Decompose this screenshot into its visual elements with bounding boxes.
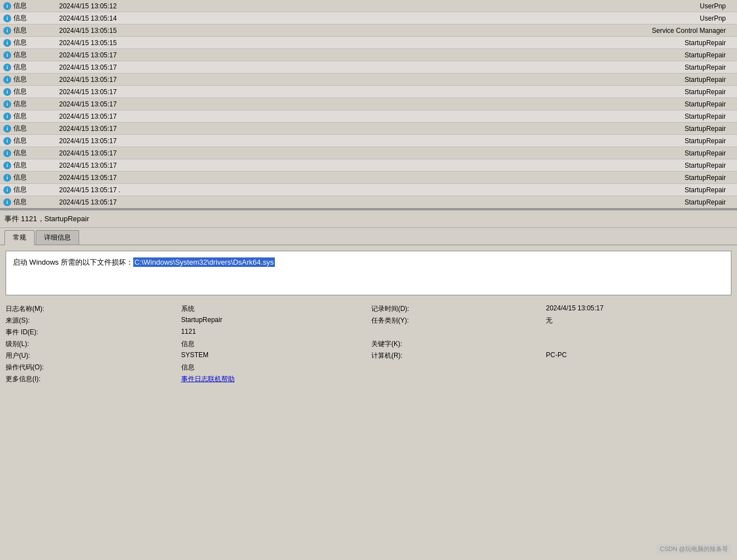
log-table-area: i信息2024/4/15 13:05:12UserPnpi信息2024/4/15… (0, 0, 737, 210)
info-icon: i (3, 39, 11, 47)
log-level-cell: i信息 (0, 123, 56, 134)
log-level-cell: i信息 (0, 25, 56, 36)
log-level-text: 信息 (13, 111, 27, 121)
log-name-value: 系统 (181, 304, 362, 314)
log-source-cell: StartupRepair (570, 198, 737, 207)
log-row[interactable]: i信息2024/4/15 13:05:17StartupRepair (0, 86, 737, 98)
log-row[interactable]: i信息2024/4/15 13:05:14UserPnp (0, 12, 737, 25)
log-level-text: 信息 (13, 1, 27, 11)
log-row[interactable]: i信息2024/4/15 13:05:17StartupRepair (0, 135, 737, 147)
log-row[interactable]: i信息2024/4/15 13:05:17StartupRepair (0, 123, 737, 135)
empty-value-2 (546, 363, 731, 372)
event-id-value: 1121 (181, 328, 362, 337)
source-label: 来源(S): (6, 316, 172, 325)
log-source-cell: StartupRepair (570, 112, 737, 121)
log-level-cell: i信息 (0, 74, 56, 85)
info-icon: i (3, 2, 11, 10)
message-box: 启动 Windows 所需的以下文件损坏：C:\Windows\System32… (6, 251, 731, 295)
log-row[interactable]: i信息2024/4/15 13:05:17StartupRepair (0, 172, 737, 184)
log-datetime-cell: 2024/4/15 13:05:17 (56, 173, 167, 182)
computer-label: 计算机(R): (371, 351, 537, 361)
log-level-text: 信息 (13, 99, 27, 109)
log-row[interactable]: i信息2024/4/15 13:05:17StartupRepair (0, 110, 737, 123)
log-level-cell: i信息 (0, 37, 56, 48)
log-source-cell: StartupRepair (570, 75, 737, 84)
log-datetime-cell: 2024/4/15 13:05:17 (56, 161, 167, 170)
log-level-cell: i信息 (0, 86, 56, 97)
log-source-cell: StartupRepair (570, 87, 737, 96)
log-source-cell: StartupRepair (570, 51, 737, 60)
log-level-cell: i信息 (0, 160, 56, 171)
watermark: CSDN @玩电脑的辣条哥 (657, 544, 731, 554)
log-datetime-cell: 2024/4/15 13:05:17 (56, 75, 167, 84)
log-row[interactable]: i信息2024/4/15 13:05:17StartupRepair (0, 49, 737, 61)
log-level-text: 信息 (13, 75, 27, 84)
log-row[interactable]: i信息2024/4/15 13:05:15StartupRepair (0, 37, 737, 49)
highlighted-path: C:\Windows\System32\drivers\DsArk64.sys (133, 257, 275, 267)
log-row[interactable]: i信息2024/4/15 13:05:17 .StartupRepair (0, 184, 737, 196)
log-level-text: 信息 (13, 197, 27, 207)
info-icon: i (3, 88, 11, 96)
log-level-cell: i信息 (0, 148, 56, 158)
log-row[interactable]: i信息2024/4/15 13:05:15Service Control Man… (0, 25, 737, 37)
log-source-cell: StartupRepair (570, 173, 737, 182)
log-row[interactable]: i信息2024/4/15 13:05:17StartupRepair (0, 196, 737, 208)
op-code-label: 操作代码(O): (6, 363, 172, 372)
log-row[interactable]: i信息2024/4/15 13:05:17StartupRepair (0, 98, 737, 110)
log-datetime-cell: 2024/4/15 13:05:17 (56, 124, 167, 133)
log-level-cell: i信息 (0, 197, 56, 207)
empty-label-1 (371, 328, 537, 337)
info-icon: i (3, 125, 11, 133)
info-icon: i (3, 113, 11, 120)
log-source-cell: StartupRepair (570, 161, 737, 170)
log-level-text: 信息 (13, 38, 27, 47)
info-icon: i (3, 174, 11, 182)
more-info-link[interactable]: 事件日志联机帮助 (181, 374, 362, 384)
event-title: 事件 1121，StartupRepair (0, 211, 737, 228)
log-row[interactable]: i信息2024/4/15 13:05:17StartupRepair (0, 159, 737, 172)
log-level-cell: i信息 (0, 111, 56, 121)
log-level-text: 信息 (13, 124, 27, 133)
log-datetime-cell: 2024/4/15 13:05:17 . (56, 186, 167, 194)
log-level-text: 信息 (13, 136, 27, 145)
log-level-cell: i信息 (0, 50, 56, 60)
detail-panel: 事件 1121，StartupRepair 常规 详细信息 启动 Windows… (0, 210, 737, 560)
log-datetime-cell: 2024/4/15 13:05:17 (56, 100, 167, 109)
tab-bar: 常规 详细信息 (0, 228, 737, 245)
user-label: 用户(U): (6, 351, 172, 361)
log-level-text: 信息 (13, 87, 27, 96)
log-row[interactable]: i信息2024/4/15 13:05:17StartupRepair (0, 61, 737, 74)
log-row[interactable]: i信息2024/4/15 13:05:17StartupRepair (0, 147, 737, 159)
empty-label-2 (371, 363, 537, 372)
level-value: 信息 (181, 339, 362, 349)
log-row[interactable]: i信息2024/4/15 13:05:17StartupRepair (0, 74, 737, 86)
tab-content: 启动 Windows 所需的以下文件损坏：C:\Windows\System32… (0, 245, 737, 392)
log-row[interactable]: i信息2024/4/15 13:05:12UserPnp (0, 0, 737, 12)
log-datetime-cell: 2024/4/15 13:05:12 (56, 2, 167, 11)
info-icon: i (3, 51, 11, 59)
record-time-value: 2024/4/15 13:05:17 (546, 304, 731, 314)
log-datetime-cell: 2024/4/15 13:05:17 (56, 51, 167, 60)
info-icon: i (3, 64, 11, 71)
empty-value-1 (546, 328, 731, 337)
tab-general[interactable]: 常规 (4, 230, 35, 245)
keyword-value (546, 339, 731, 349)
log-datetime-cell: 2024/4/15 13:05:17 (56, 198, 167, 207)
info-icon: i (3, 137, 11, 145)
log-level-cell: i信息 (0, 99, 56, 109)
log-source-cell: StartupRepair (570, 137, 737, 145)
source-value: StartupRepair (181, 316, 362, 325)
log-source-cell: StartupRepair (570, 124, 737, 133)
empty-label-3 (371, 374, 537, 384)
op-code-value: 信息 (181, 363, 362, 372)
info-icon: i (3, 198, 11, 206)
info-icon: i (3, 76, 11, 84)
log-datetime-cell: 2024/4/15 13:05:14 (56, 14, 167, 23)
log-level-cell: i信息 (0, 184, 56, 195)
event-id-label: 事件 ID(E): (6, 328, 172, 337)
log-level-text: 信息 (13, 148, 27, 158)
log-level-cell: i信息 (0, 1, 56, 11)
log-level-text: 信息 (13, 50, 27, 60)
log-level-cell: i信息 (0, 62, 56, 72)
tab-details[interactable]: 详细信息 (36, 230, 79, 245)
